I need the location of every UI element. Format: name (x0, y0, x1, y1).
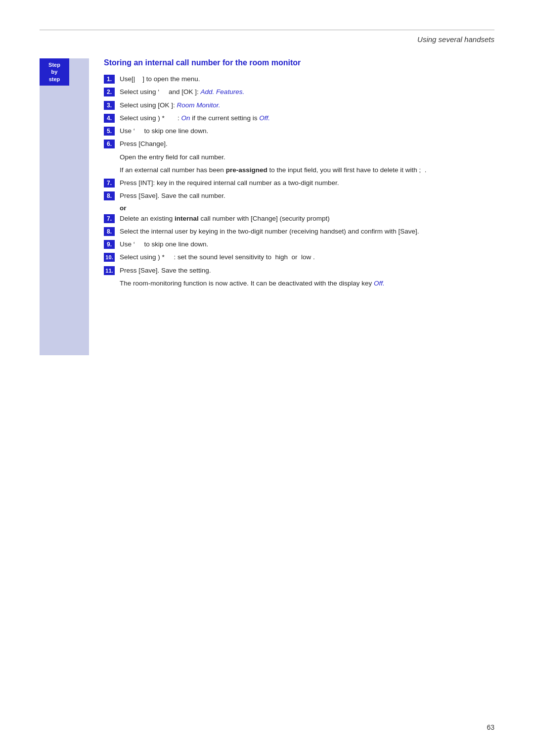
step-item-alt-11: 11. Press [Save]. Save the setting. (104, 266, 494, 276)
step-num-alt-10: 10. (104, 253, 115, 262)
step-num-alt-7: 7. (104, 214, 115, 223)
step-item-alt-7: 7. Delete an existing internal call numb… (104, 214, 494, 224)
step-num-6: 6. (104, 140, 115, 148)
step-text-6: Press [Change]. (120, 139, 168, 149)
step-text-7: Press [INT]: key in the required interna… (120, 178, 339, 188)
note-pre-assigned: If an external call number has been pre-… (104, 165, 494, 175)
step-text-5: Use ‘ to skip one line down. (120, 126, 208, 136)
step-text-2: Select using ‘ and [OK ]: Add. Features. (120, 87, 244, 97)
off-link: Off. (374, 280, 385, 287)
step-item-2: 2. Select using ‘ and [OK ]: Add. Featur… (104, 87, 494, 97)
note-entry-field-text: Open the entry field for call number. (120, 152, 225, 162)
step-num-5: 5. (104, 127, 115, 136)
step-by-step-box: Step by step (40, 58, 69, 86)
step-text-alt-7: Delete an existing internal call number … (120, 214, 330, 224)
main-content: Storing an internal call number for the … (104, 58, 494, 355)
internal-bold: internal (175, 215, 199, 222)
step-num-1: 1. (104, 75, 115, 84)
on-value: On (181, 114, 190, 122)
steps-group-1: 1. Use[| ] to open the menu. 2. Select u… (104, 74, 494, 201)
step-text-alt-11: Press [Save]. Save the setting. (120, 266, 211, 276)
sidebar: Step by step (40, 58, 89, 355)
off-value: Off. (259, 114, 270, 122)
note-room-monitoring-text: The room-monitoring function is now acti… (120, 279, 385, 288)
section-title: Storing an internal call number for the … (104, 58, 494, 67)
note-entry-field: Open the entry field for call number. (104, 152, 494, 162)
step-text-4: Select using ) * : On if the current set… (120, 113, 270, 123)
step-num-alt-11: 11. (104, 266, 115, 275)
step-num-3: 3. (104, 101, 115, 110)
add-features-link: Add. Features. (201, 88, 245, 95)
step-item-alt-10: 10. Select using ) * : set the sound lev… (104, 252, 494, 262)
step-num-7: 7. (104, 179, 115, 188)
step-num-8: 8. (104, 191, 115, 200)
step-text-3: Select using [OK ]: Room Monitor. (120, 100, 221, 110)
step-num-alt-9: 9. (104, 240, 115, 249)
step-num-2: 2. (104, 88, 115, 96)
header-rule (40, 30, 494, 30)
note-room-monitoring: The room-monitoring function is now acti… (104, 279, 494, 288)
step-item-5: 5. Use ‘ to skip one line down. (104, 126, 494, 136)
step-text-8: Press [Save]. Save the call number. (120, 191, 225, 201)
step-item-3: 3. Select using [OK ]: Room Monitor. (104, 100, 494, 110)
steps-group-alt: 7. Delete an existing internal call numb… (104, 214, 494, 289)
page-container: Using several handsets Step by step Stor… (0, 0, 534, 756)
content-area: Step by step Storing an internal call nu… (40, 58, 494, 355)
pre-assigned-bold: pre-assigned (226, 166, 267, 174)
step-num-alt-8: 8. (104, 227, 115, 236)
step-item-8: 8. Press [Save]. Save the call number. (104, 191, 494, 201)
page-title: Using several handsets (40, 35, 494, 44)
step-text-alt-9: Use ‘ to skip one line down. (120, 239, 208, 249)
step-text-1: Use[| ] to open the menu. (120, 74, 200, 84)
step-text-alt-8: Select the internal user by keying in th… (120, 227, 419, 236)
step-item-alt-8: 8. Select the internal user by keying in… (104, 227, 494, 236)
step-item-1: 1. Use[| ] to open the menu. (104, 74, 494, 84)
note-pre-assigned-text: If an external call number has been pre-… (120, 165, 427, 175)
step-num-4: 4. (104, 114, 115, 123)
or-divider: or (104, 204, 494, 212)
step-item-6: 6. Press [Change]. (104, 139, 494, 149)
step-item-4: 4. Select using ) * : On if the current … (104, 113, 494, 123)
step-text-alt-10: Select using ) * : set the sound level s… (120, 252, 315, 262)
page-number: 63 (487, 723, 494, 731)
step-item-alt-9: 9. Use ‘ to skip one line down. (104, 239, 494, 249)
room-monitor-link: Room Monitor. (177, 101, 221, 109)
step-item-7: 7. Press [INT]: key in the required inte… (104, 178, 494, 188)
